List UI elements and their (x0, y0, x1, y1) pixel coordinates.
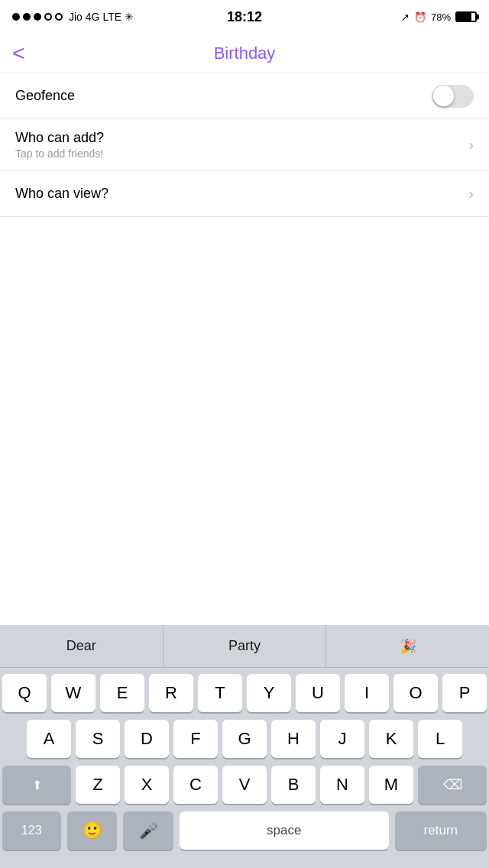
key-i[interactable]: I (345, 674, 389, 712)
toggle-thumb (433, 86, 454, 106)
key-l[interactable]: L (418, 720, 462, 758)
who-can-add-container: Who can add? Tap to add friends! (15, 130, 104, 160)
who-can-add-chevron: › (468, 136, 474, 154)
geofence-label: Geofence (15, 88, 75, 104)
key-m[interactable]: M (369, 766, 413, 804)
who-can-view-container: Who can view? (15, 186, 108, 202)
who-can-add-sub: Tap to add friends! (15, 147, 104, 160)
key-h[interactable]: H (271, 720, 316, 758)
key-n[interactable]: N (320, 766, 364, 804)
key-row-3: ⬆ Z X C V B N M ⌫ (2, 766, 487, 804)
key-y[interactable]: Y (247, 674, 291, 712)
key-c[interactable]: C (173, 766, 218, 804)
key-row-2: A S D F G H J K L (2, 720, 487, 758)
space-key[interactable]: space (180, 811, 389, 850)
key-x[interactable]: X (125, 766, 169, 804)
key-w[interactable]: W (51, 674, 96, 712)
page-title: Birthday (214, 44, 276, 63)
status-right: ↗ ⏰ 78% (401, 11, 477, 23)
who-can-add-label: Who can add? (15, 130, 104, 146)
key-f[interactable]: F (173, 720, 218, 758)
key-a[interactable]: A (27, 720, 71, 758)
status-time: 18:12 (227, 9, 262, 25)
content-area (0, 217, 489, 385)
key-z[interactable]: Z (76, 766, 120, 804)
key-r[interactable]: R (149, 674, 193, 712)
keyboard: Q W E R T Y U I O P A S D F G H J K L ⬆ … (0, 668, 489, 860)
battery-fill (457, 13, 471, 21)
mic-key[interactable]: 🎤 (123, 811, 173, 850)
key-o[interactable]: O (393, 674, 438, 712)
geofence-row: Geofence (0, 73, 489, 119)
key-v[interactable]: V (222, 766, 267, 804)
sync-icon: ✳︎ (125, 11, 134, 23)
back-button[interactable]: < (12, 43, 24, 64)
key-row-1: Q W E R T Y U I O P (2, 674, 487, 712)
numbers-key[interactable]: 123 (2, 811, 61, 850)
shift-key[interactable]: ⬆ (2, 766, 71, 804)
signal-dot-2 (23, 13, 31, 21)
who-can-view-label: Who can view? (15, 186, 108, 202)
network-label: LTE (102, 11, 121, 23)
settings-section: Geofence Who can add? Tap to add friends… (0, 73, 489, 217)
bottom-bar (0, 860, 489, 868)
emoji-key[interactable]: 🙂 (67, 811, 118, 850)
keyboard-wrapper: Dear Party 🎉 Q W E R T Y U I O P A S D F… (0, 625, 489, 868)
signal-dot-4 (44, 13, 52, 21)
key-e[interactable]: E (100, 674, 144, 712)
predictive-bar: Dear Party 🎉 (0, 625, 489, 668)
location-icon: ↗ (401, 11, 410, 23)
carrier-label: Jio 4G (69, 11, 99, 23)
key-b[interactable]: B (271, 766, 316, 804)
key-d[interactable]: D (125, 720, 169, 758)
key-g[interactable]: G (222, 720, 267, 758)
battery-icon (455, 11, 477, 22)
nav-bar: < Birthday (0, 34, 489, 73)
geofence-label-container: Geofence (15, 88, 75, 104)
key-q[interactable]: Q (2, 674, 47, 712)
status-bar: Jio 4G LTE ✳︎ 18:12 ↗ ⏰ 78% (0, 0, 489, 34)
who-can-view-row[interactable]: Who can view? › (0, 171, 489, 217)
signal-dot-3 (34, 13, 41, 21)
battery-percent: 78% (431, 11, 451, 23)
alarm-icon: ⏰ (414, 11, 426, 23)
who-can-add-row[interactable]: Who can add? Tap to add friends! › (0, 119, 489, 171)
key-j[interactable]: J (320, 720, 364, 758)
key-s[interactable]: S (76, 720, 120, 758)
key-k[interactable]: K (369, 720, 413, 758)
key-row-bottom: 123 🙂 🎤 space return (2, 811, 487, 850)
geofence-toggle[interactable] (432, 85, 474, 108)
predictive-item-2[interactable]: Party (164, 625, 327, 667)
status-left: Jio 4G LTE ✳︎ (12, 11, 134, 23)
key-u[interactable]: U (296, 674, 340, 712)
key-p[interactable]: P (442, 674, 487, 712)
signal-dot-5 (55, 13, 63, 21)
predictive-item-1[interactable]: Dear (0, 625, 164, 667)
signal-dot-1 (12, 13, 20, 21)
delete-key[interactable]: ⌫ (418, 766, 487, 804)
predictive-item-3[interactable]: 🎉 (326, 625, 489, 667)
who-can-view-chevron: › (468, 185, 474, 202)
return-key[interactable]: return (395, 811, 487, 850)
key-t[interactable]: T (198, 674, 242, 712)
